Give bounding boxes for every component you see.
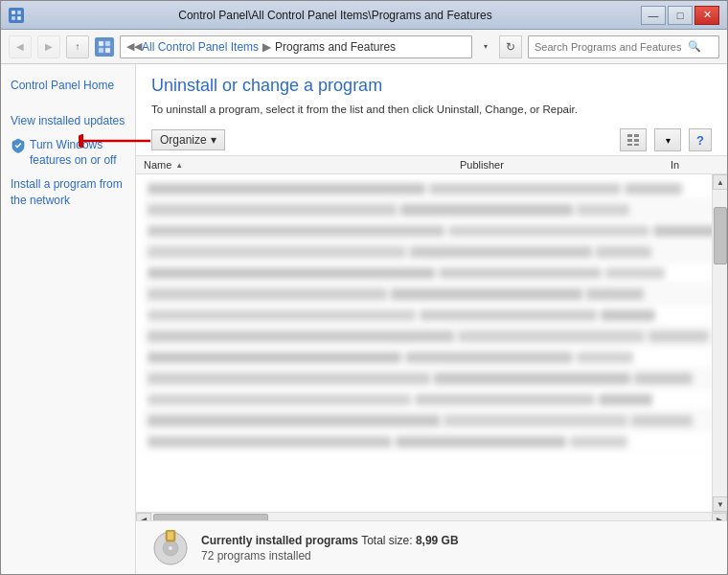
scroll-thumb[interactable] bbox=[714, 207, 727, 264]
window-controls: — □ ✕ bbox=[641, 6, 719, 25]
help-button[interactable]: ? bbox=[689, 128, 712, 151]
back-button[interactable]: ◀ bbox=[9, 35, 32, 58]
svg-rect-10 bbox=[627, 139, 632, 142]
svg-rect-14 bbox=[634, 144, 639, 146]
svg-point-17 bbox=[169, 545, 173, 550]
status-line2: 72 programs installed bbox=[201, 549, 459, 563]
window-title: Control Panel\All Control Panel Items\Pr… bbox=[30, 9, 641, 22]
table-row bbox=[144, 368, 719, 389]
up-button[interactable]: ↑ bbox=[66, 35, 89, 58]
sidebar: Control Panel Home View installed update… bbox=[1, 64, 136, 574]
table-row bbox=[144, 389, 719, 410]
svg-rect-6 bbox=[99, 48, 103, 53]
breadcrumb-current: Programs and Features bbox=[275, 40, 396, 54]
h-scroll-thumb[interactable] bbox=[153, 514, 268, 521]
table-row bbox=[144, 326, 719, 347]
search-icon[interactable]: 🔍 bbox=[688, 40, 701, 53]
scroll-right-button[interactable]: ▶ bbox=[712, 513, 727, 521]
table-row bbox=[144, 242, 719, 263]
view-dropdown-button[interactable]: ▾ bbox=[654, 128, 681, 151]
svg-rect-2 bbox=[11, 16, 15, 20]
sidebar-turn-windows-features[interactable]: Turn Windows features on or off bbox=[11, 135, 125, 172]
view-details-button[interactable] bbox=[620, 128, 647, 151]
svg-rect-13 bbox=[634, 139, 639, 142]
table-row bbox=[144, 347, 719, 368]
table-row bbox=[144, 199, 719, 220]
svg-rect-4 bbox=[99, 41, 103, 46]
svg-rect-3 bbox=[17, 16, 21, 20]
shield-icon bbox=[11, 138, 26, 153]
svg-rect-19 bbox=[168, 532, 173, 540]
app-icon bbox=[9, 8, 24, 23]
table-row bbox=[144, 284, 719, 305]
column-name[interactable]: Name ▲ bbox=[144, 159, 460, 171]
maximize-button[interactable]: □ bbox=[668, 6, 693, 25]
breadcrumb-dropdown-button[interactable]: ▾ bbox=[478, 39, 493, 55]
table-row bbox=[144, 220, 719, 242]
table-row bbox=[144, 431, 719, 452]
scroll-up-button[interactable]: ▲ bbox=[713, 174, 727, 190]
right-panel: Uninstall or change a program To uninsta… bbox=[136, 64, 727, 574]
breadcrumb-icon bbox=[95, 37, 114, 57]
main-window: Control Panel\All Control Panel Items\Pr… bbox=[0, 0, 728, 575]
h-scroll-track bbox=[151, 513, 712, 521]
refresh-button[interactable]: ↻ bbox=[499, 35, 522, 58]
file-list: Name ▲ Publisher In bbox=[136, 156, 727, 520]
sidebar-install-from-network[interactable]: Install a program from the network bbox=[11, 174, 125, 211]
table-row bbox=[144, 305, 719, 326]
close-button[interactable]: ✕ bbox=[694, 6, 719, 25]
toolbar-row: Organize ▾ ▾ ? bbox=[136, 125, 727, 156]
svg-rect-12 bbox=[634, 134, 639, 137]
panel-header: Uninstall or change a program To uninsta… bbox=[136, 64, 727, 125]
vertical-scrollbar[interactable]: ▲ ▼ bbox=[712, 174, 727, 512]
breadcrumb-bar: ◀◀ All Control Panel Items ▶ Programs an… bbox=[120, 35, 472, 58]
svg-rect-1 bbox=[17, 11, 21, 14]
status-line1: Currently installed programs Total size:… bbox=[201, 534, 459, 547]
scroll-down-button[interactable]: ▼ bbox=[713, 496, 727, 512]
table-row bbox=[144, 178, 719, 199]
breadcrumb-all-items[interactable]: All Control Panel Items bbox=[142, 40, 259, 54]
status-text: Currently installed programs Total size:… bbox=[201, 534, 459, 563]
list-body: ▲ ▼ bbox=[136, 174, 727, 512]
svg-rect-0 bbox=[11, 11, 15, 14]
column-installed[interactable]: In bbox=[671, 159, 679, 171]
address-bar: ◀ ▶ ↑ ◀◀ All Control Panel Items ▶ Progr… bbox=[1, 30, 727, 64]
search-input[interactable] bbox=[535, 41, 688, 53]
forward-button[interactable]: ▶ bbox=[37, 35, 60, 58]
svg-rect-5 bbox=[105, 41, 110, 46]
svg-rect-9 bbox=[627, 134, 632, 137]
panel-description: To uninstall a program, select it from t… bbox=[151, 102, 712, 117]
status-icon bbox=[151, 529, 190, 567]
status-bar: Currently installed programs Total size:… bbox=[136, 520, 727, 574]
title-bar: Control Panel\All Control Panel Items\Pr… bbox=[1, 1, 727, 30]
horizontal-scrollbar: ◀ ▶ bbox=[136, 512, 727, 520]
list-header: Name ▲ Publisher In bbox=[136, 156, 727, 174]
svg-rect-7 bbox=[105, 48, 110, 53]
svg-rect-11 bbox=[627, 144, 632, 146]
sidebar-view-installed-updates[interactable]: View installed updates bbox=[11, 111, 125, 131]
table-row bbox=[144, 410, 719, 431]
panel-title: Uninstall or change a program bbox=[151, 76, 712, 96]
search-box: 🔍 bbox=[528, 35, 719, 58]
scroll-left-button[interactable]: ◀ bbox=[136, 513, 151, 521]
main-content: Control Panel Home View installed update… bbox=[1, 64, 727, 574]
minimize-button[interactable]: — bbox=[641, 6, 666, 25]
organize-button[interactable]: Organize ▾ bbox=[151, 129, 225, 150]
table-row bbox=[144, 263, 719, 284]
column-publisher[interactable]: Publisher bbox=[460, 159, 671, 171]
blurred-content bbox=[136, 174, 727, 456]
sidebar-control-panel-home[interactable]: Control Panel Home bbox=[11, 76, 125, 96]
